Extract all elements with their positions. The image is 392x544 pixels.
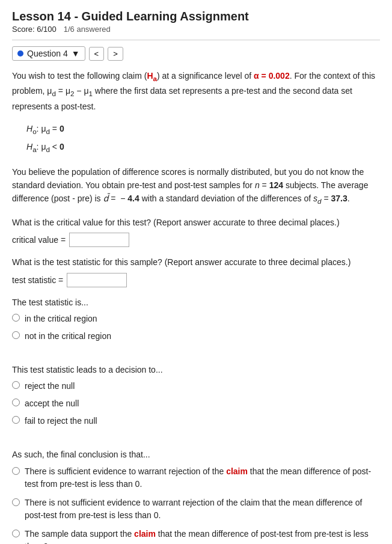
question-dot xyxy=(17,50,23,57)
conclusion-option-3[interactable]: The sample data support the claim that t… xyxy=(12,528,380,544)
test-statistic-label: test statistic = xyxy=(12,275,63,285)
conclusion-label-1: There is sufficient evidence to warrant … xyxy=(25,465,380,491)
dropdown-arrow-icon: ▼ xyxy=(72,49,80,58)
question-selector[interactable]: Question 4 ▼ xyxy=(12,46,85,61)
critical-region-option-1[interactable]: in the critical region xyxy=(12,313,380,325)
decision-radio-2[interactable] xyxy=(12,399,20,406)
critical-region-label-1: in the critical region xyxy=(25,313,97,325)
conclusion-radio-3[interactable] xyxy=(12,530,20,537)
decision-radio-3[interactable] xyxy=(12,416,20,424)
decision-label-2: accept the null xyxy=(25,397,79,410)
answered: 1/6 answered xyxy=(64,25,111,34)
decision-label-3: fail to reject the null xyxy=(25,415,97,427)
critical-region-radio-2[interactable] xyxy=(12,331,20,339)
critical-value-question: What is the critical value for this test… xyxy=(12,216,380,229)
conclusion-radio-2[interactable] xyxy=(12,498,20,506)
hypotheses: Ho: μd = 0 Ha: μd < 0 xyxy=(26,120,380,156)
decision-option-1[interactable]: reject the null xyxy=(12,380,380,393)
decision-radio-1[interactable] xyxy=(12,381,20,389)
question-navigation: Question 4 ▼ < > xyxy=(12,46,380,61)
conclusion-title: As such, the final conclusion is that... xyxy=(12,448,380,461)
critical-value-input[interactable] xyxy=(69,233,129,247)
null-hypothesis: Ho: μd = 0 xyxy=(26,120,380,138)
question-label: Question 4 xyxy=(27,49,68,58)
score: Score: 6/100 xyxy=(12,25,57,34)
problem-description: You believe the population of difference… xyxy=(12,165,380,207)
conclusion-label-2: There is not sufficient evidence to warr… xyxy=(25,497,380,522)
next-question-button[interactable]: > xyxy=(108,47,123,61)
alt-hypothesis: Ha: μd < 0 xyxy=(26,138,380,156)
decision-option-3[interactable]: fail to reject the null xyxy=(12,415,380,427)
critical-region-title: The test statistic is... xyxy=(12,296,380,309)
decision-options: reject the null accept the null fail to … xyxy=(12,380,380,427)
conclusion-options: There is sufficient evidence to warrant … xyxy=(12,465,380,544)
conclusion-option-1[interactable]: There is sufficient evidence to warrant … xyxy=(12,465,380,491)
critical-region-option-2[interactable]: not in the critical region xyxy=(12,330,380,343)
critical-region-options: in the critical region not in the critic… xyxy=(12,313,380,343)
decision-title: This test statistic leads to a decision … xyxy=(12,363,380,376)
conclusion-label-3: The sample data support the claim that t… xyxy=(25,528,380,544)
test-statistic-question: What is the test statistic for this samp… xyxy=(12,255,380,269)
critical-value-label: critical value = xyxy=(12,235,66,245)
critical-region-radio-1[interactable] xyxy=(12,314,20,322)
conclusion-radio-1[interactable] xyxy=(12,467,20,475)
critical-region-label-2: not in the critical region xyxy=(25,330,111,343)
test-statistic-input[interactable] xyxy=(67,273,127,287)
decision-label-1: reject the null xyxy=(25,380,75,393)
decision-option-2[interactable]: accept the null xyxy=(12,397,380,410)
page-title: Lesson 14 - Guided Learning Assignment xyxy=(12,10,380,23)
problem-intro: You wish to test the following claim (Ha… xyxy=(12,69,380,113)
prev-question-button[interactable]: < xyxy=(89,47,105,61)
conclusion-option-2[interactable]: There is not sufficient evidence to warr… xyxy=(12,497,380,522)
